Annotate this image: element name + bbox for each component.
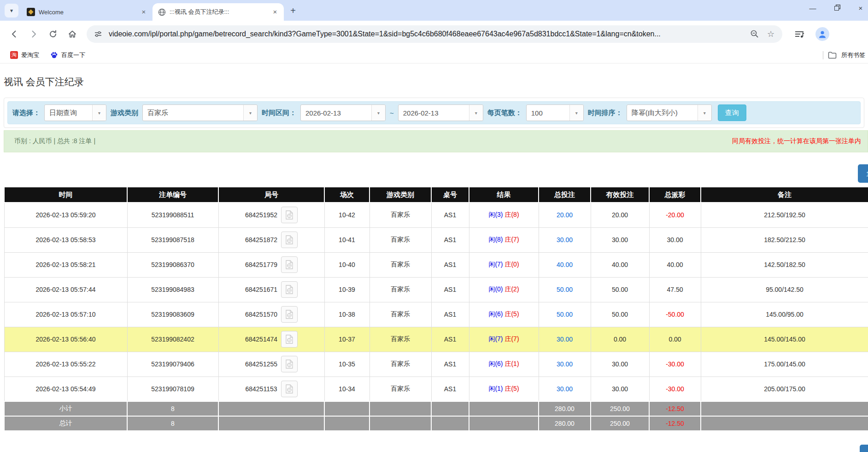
video-replay-button[interactable] [281, 381, 298, 397]
table-row: 2026-02-13 05:56:40 523199082402 6842514… [4, 327, 868, 352]
cell-remark: 182.50/212.50 [701, 227, 868, 252]
zoom-out-icon[interactable] [748, 28, 760, 40]
date-from-select[interactable]: 2026-02-13 ▾ [300, 104, 386, 121]
video-replay-button[interactable] [281, 356, 298, 372]
cell-session: 10-42 [324, 203, 369, 227]
cell-valid-bet: 20.00 [591, 203, 649, 227]
all-bookmarks[interactable]: 所有书签 [823, 47, 868, 64]
cell-payout: -50.00 [649, 302, 701, 327]
cell-result: 闲(3) 庄(8) [469, 203, 539, 227]
pagination-button-bottom[interactable]: 1 [860, 445, 868, 452]
bookmark-star-icon[interactable]: ☆ [765, 28, 777, 40]
tab-welcome[interactable]: Welcome × [21, 3, 152, 21]
table-row: 2026-02-13 05:55:22 523199079406 6842512… [4, 352, 868, 377]
cell-remark: 205.00/175.00 [701, 377, 868, 401]
sort-select[interactable]: 降幂(由大到小) ▾ [627, 104, 712, 121]
round-number: 684251474 [245, 336, 277, 343]
cell-table-no: AS1 [431, 352, 469, 377]
empty-cell [431, 401, 469, 416]
video-replay-button[interactable] [281, 232, 298, 248]
minimize-button[interactable]: — [807, 4, 818, 12]
video-replay-button[interactable] [281, 256, 298, 273]
cell-payout: 30.00 [649, 227, 701, 252]
tab-close-icon[interactable]: × [140, 8, 148, 16]
bookmarks-bar: 淘 爱淘宝 百度一下 所有书签 [0, 47, 868, 64]
cell-bet-id: 523199084983 [127, 277, 218, 302]
subtotal-label: 小计 [4, 401, 127, 416]
tab-bet-records[interactable]: :::视讯 会员下注纪录::: × [152, 3, 284, 21]
page-size-label: 每页笔数： [487, 109, 522, 117]
new-tab-button[interactable]: + [287, 4, 299, 17]
cell-table-no: AS1 [431, 203, 469, 227]
url-bar[interactable]: videoie.com/ipl/portal.php/game/betrecor… [87, 25, 782, 43]
page-size-select[interactable]: 100 ▾ [526, 104, 584, 121]
cell-game-type: 百家乐 [369, 352, 431, 377]
result-player: 闲(7) [488, 335, 503, 342]
cell-table-no: AS1 [431, 227, 469, 252]
cell-table-no: AS1 [431, 277, 469, 302]
tilde-separator: ~ [390, 109, 394, 117]
game-type-value: 百家乐 [143, 105, 243, 121]
cell-bet-id: 523199083609 [127, 302, 218, 327]
game-type-select[interactable]: 百家乐 ▾ [142, 104, 258, 121]
col-total-bet: 总投注 [539, 187, 591, 203]
cell-bet-id: 523199079406 [127, 352, 218, 377]
cell-valid-bet: 50.00 [591, 302, 649, 327]
table-header-row: 时间 注单编号 局号 场次 游戏类别 桌号 结果 总投注 有效投注 总派彩 备注 [4, 187, 868, 203]
cell-payout: 40.00 [649, 252, 701, 277]
media-controls-icon[interactable] [791, 25, 808, 43]
reload-button[interactable] [44, 25, 62, 43]
video-replay-button[interactable] [281, 306, 298, 323]
cell-remark: 145.00/145.00 [701, 327, 868, 352]
result-banker: 庄(7) [504, 335, 519, 342]
result-banker: 庄(1) [504, 360, 519, 367]
home-button[interactable] [64, 25, 81, 43]
restore-icon [834, 6, 839, 11]
filter-panel: 请选择： 日期查询 ▾ 游戏类别 百家乐 ▾ 时间区间： 2026-02-13 … [4, 98, 864, 128]
tab-close-icon[interactable]: × [271, 8, 279, 16]
pagination-button-top[interactable]: 1 [858, 164, 868, 183]
result-banker: 庄(8) [504, 211, 519, 218]
profile-avatar[interactable] [815, 27, 829, 41]
result-player: 闲(0) [488, 285, 503, 293]
tab-search-button[interactable]: ▾ [5, 4, 18, 17]
query-type-select[interactable]: 日期查询 ▾ [44, 104, 106, 121]
video-replay-button[interactable] [281, 207, 298, 223]
cell-game-type: 百家乐 [369, 227, 431, 252]
divider [823, 51, 823, 59]
result-banker: 庄(0) [504, 261, 519, 268]
col-session: 场次 [324, 187, 369, 203]
empty-cell [218, 416, 324, 431]
cell-session: 10-34 [324, 377, 369, 401]
result-banker: 庄(7) [504, 236, 519, 243]
date-from-value: 2026-02-13 [301, 105, 371, 121]
date-to-select[interactable]: 2026-02-13 ▾ [398, 104, 483, 121]
table-row: 2026-02-13 05:57:44 523199084983 6842516… [4, 277, 868, 302]
back-button[interactable] [6, 25, 23, 43]
search-button[interactable]: 查询 [718, 104, 746, 121]
tab-title: Welcome [39, 9, 136, 16]
globe-icon [158, 8, 166, 16]
result-player: 闲(1) [488, 385, 503, 392]
result-player: 闲(6) [488, 360, 503, 367]
cell-session: 10-38 [324, 302, 369, 327]
forward-button[interactable] [25, 25, 42, 43]
bookmark-label: 爱淘宝 [21, 51, 39, 59]
empty-cell [469, 401, 539, 416]
url-text[interactable]: videoie.com/ipl/portal.php/game/betrecor… [109, 30, 744, 38]
site-settings-icon[interactable] [92, 28, 104, 40]
bookmark-baidu[interactable]: 百度一下 [47, 49, 89, 61]
subtotal-total-bet: 280.00 [539, 401, 591, 416]
close-button[interactable]: × [855, 4, 866, 12]
cell-valid-bet: 30.00 [591, 352, 649, 377]
bookmark-aitaobao[interactable]: 淘 爱淘宝 [6, 49, 43, 61]
video-replay-button[interactable] [281, 281, 298, 298]
total-valid-bet: 250.00 [591, 416, 649, 431]
cell-result: 闲(8) 庄(7) [469, 227, 539, 252]
restore-button[interactable] [831, 4, 842, 12]
cell-table-no: AS1 [431, 377, 469, 401]
video-replay-button[interactable] [281, 331, 298, 348]
round-number: 684251255 [245, 360, 277, 368]
cell-game-type: 百家乐 [369, 203, 431, 227]
cell-remark: 145.00/95.00 [701, 302, 868, 327]
